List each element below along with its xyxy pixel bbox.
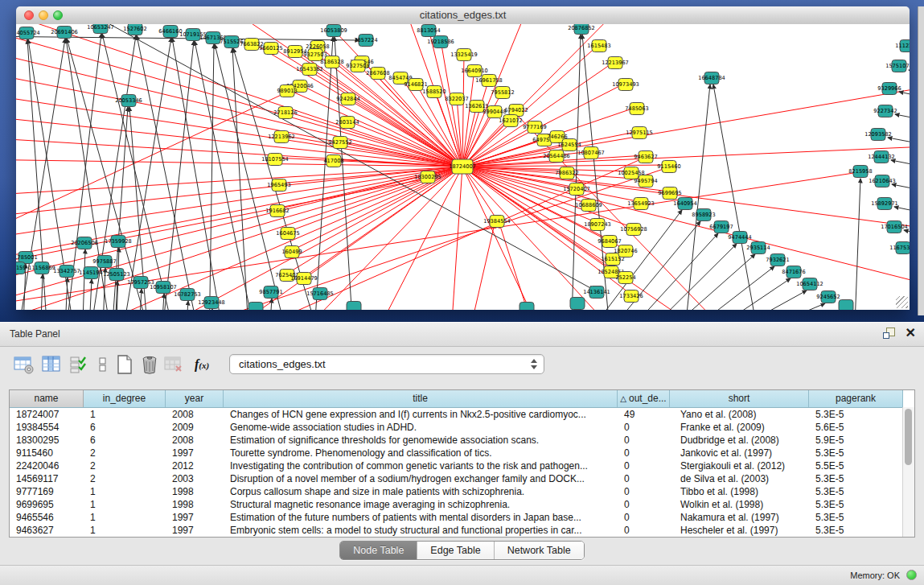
graph-node-label: 10807467	[577, 150, 605, 156]
graph-edge[interactable]	[16, 167, 462, 241]
unselect-rows-icon[interactable]	[92, 353, 114, 376]
table-row[interactable]: 1872400712008Changes of HCN gene express…	[10, 408, 914, 421]
graph-edge[interactable]	[690, 278, 791, 310]
graph-edge[interactable]	[215, 44, 290, 310]
graph-node-label: 7485063	[625, 105, 648, 112]
table-cell: 19384554	[10, 421, 84, 434]
table-row[interactable]: 946362711997Embryonic stem cells: a mode…	[10, 524, 914, 537]
graph-node[interactable]	[347, 302, 361, 311]
scrollbar-thumb[interactable]	[905, 409, 912, 465]
graph-edge[interactable]	[462, 167, 910, 294]
table-row[interactable]: 1938455462009Genome-wide association stu…	[10, 421, 914, 434]
graph-edge[interactable]	[40, 274, 43, 310]
graph-edge[interactable]	[724, 303, 825, 310]
graph-edge[interactable]	[232, 48, 249, 310]
graph-node[interactable]	[839, 300, 853, 311]
graph-edge[interactable]	[209, 44, 214, 310]
column-header-year[interactable]: year	[166, 390, 224, 407]
graph-edge[interactable]	[651, 254, 755, 310]
tab-edge-table[interactable]: Edge Table	[417, 542, 494, 559]
graph-edge[interactable]	[891, 160, 910, 175]
table-cell: 0	[618, 485, 670, 498]
table-cell: 0	[618, 434, 670, 447]
table-row[interactable]: 911546021997Tourette syndrome. Phenomeno…	[10, 447, 914, 459]
citation-graph[interactable]: 1405572420691406106532471527602646616010…	[16, 24, 910, 310]
graph-edge[interactable]	[269, 299, 272, 310]
graph-edge[interactable]	[671, 266, 774, 310]
table-row[interactable]: 1830029562008Estimation of significance …	[10, 434, 914, 447]
close-panel-icon[interactable]: ✕	[906, 327, 916, 340]
graph-node-label: 8471676	[782, 269, 805, 275]
dropdown-stepper-icon	[531, 359, 537, 369]
table-cell: 1	[84, 511, 166, 524]
graph-node-label: 10653247	[87, 24, 114, 31]
graph-node-label: 9777169	[523, 124, 546, 130]
graph-edge[interactable]	[314, 37, 333, 310]
graph-edge[interactable]	[466, 224, 495, 310]
graph-edge[interactable]	[172, 38, 225, 310]
graph-edge[interactable]	[895, 114, 910, 129]
float-panel-icon[interactable]	[883, 327, 896, 340]
function-builder-icon[interactable]: f(x)	[191, 353, 213, 376]
graph-edge[interactable]	[909, 70, 910, 87]
graph-node-label: 989013	[277, 88, 297, 94]
table-row[interactable]: 2242004622012Investigating the contribut…	[10, 459, 914, 472]
show-columns-icon[interactable]	[40, 353, 63, 376]
graph-edge[interactable]	[892, 184, 910, 200]
graph-edge[interactable]	[713, 84, 760, 310]
graph-edge[interactable]	[185, 301, 188, 310]
memory-status-icon[interactable]	[906, 570, 917, 580]
table-row[interactable]: 1456911722003Disruption of a novel membe…	[10, 472, 914, 485]
graph-edge[interactable]	[88, 279, 92, 310]
table-row[interactable]: 969969511998Structural magnetic resonanc…	[10, 498, 914, 511]
table-scrollbar[interactable]	[902, 407, 914, 537]
graph-node-label: 8958923	[692, 212, 715, 218]
column-header-short[interactable]: short	[670, 390, 809, 407]
graph-edge[interactable]	[888, 138, 910, 153]
graph-edge[interactable]	[499, 224, 539, 310]
canvas-resize-grip-icon[interactable]	[896, 296, 908, 308]
network-window-titlebar[interactable]: citations_edges.txt	[16, 6, 910, 25]
tab-node-table[interactable]: Node Table	[340, 542, 417, 559]
graph-node-label: 8990448	[483, 109, 506, 115]
table-row[interactable]: 946554611997Estimation of the future num…	[10, 511, 914, 524]
graph-edge[interactable]	[462, 145, 910, 167]
table-cell: 0	[618, 511, 670, 524]
graph-edge[interactable]	[854, 179, 860, 310]
graph-edge[interactable]	[706, 290, 807, 310]
graph-node[interactable]	[248, 303, 263, 311]
graph-edge[interactable]	[16, 114, 462, 167]
column-header-out_de[interactable]: △out_de...	[618, 390, 670, 407]
graph-edge[interactable]	[894, 207, 910, 222]
column-header-title[interactable]: title	[224, 390, 618, 407]
graph-edge[interactable]	[462, 167, 497, 220]
network-canvas[interactable]: 1405572420691406106532471527602646616010…	[16, 24, 910, 310]
graph-node-label: 8215958	[848, 168, 872, 175]
table-selector-dropdown[interactable]: citations_edges.txt	[229, 354, 544, 374]
tab-network-table[interactable]: Network Table	[495, 542, 584, 559]
graph-edge[interactable]	[195, 41, 257, 310]
select-all-rows-icon[interactable]	[68, 353, 90, 376]
graph-node[interactable]	[519, 303, 534, 311]
graph-node[interactable]	[570, 298, 585, 310]
column-header-in_degree[interactable]: in_degree	[84, 390, 166, 407]
column-header-pagerank[interactable]: pagerank	[809, 390, 903, 407]
graph-node-label: 1112304	[895, 43, 910, 49]
graph-edge[interactable]	[304, 167, 462, 277]
table-cell: Stergiakouli et al. (2012)	[670, 459, 809, 472]
graph-edge[interactable]	[899, 92, 910, 107]
new-table-icon[interactable]	[113, 353, 136, 376]
column-header-name[interactable]: name	[10, 390, 84, 407]
graph-node-label: 12444132	[868, 154, 895, 160]
graph-node-label: 1965493	[267, 182, 290, 188]
table-tabbar: Node TableEdge TableNetwork Table	[0, 541, 924, 565]
delete-trash-icon[interactable]	[138, 353, 161, 376]
table-cell: Tourette syndrome. Phenomenology and cla…	[224, 447, 618, 459]
graph-node-label: 252254	[615, 274, 635, 281]
table-settings-icon[interactable]	[13, 353, 35, 376]
table-row[interactable]: 977716911998Corpus callosum shape and si…	[10, 485, 914, 498]
graph-node-label: 8186328	[320, 59, 343, 65]
table-cell: Disruption of a novel member of a sodium…	[224, 472, 618, 485]
graph-node-label: 16961758	[475, 77, 503, 84]
graph-edge[interactable]	[370, 167, 462, 310]
